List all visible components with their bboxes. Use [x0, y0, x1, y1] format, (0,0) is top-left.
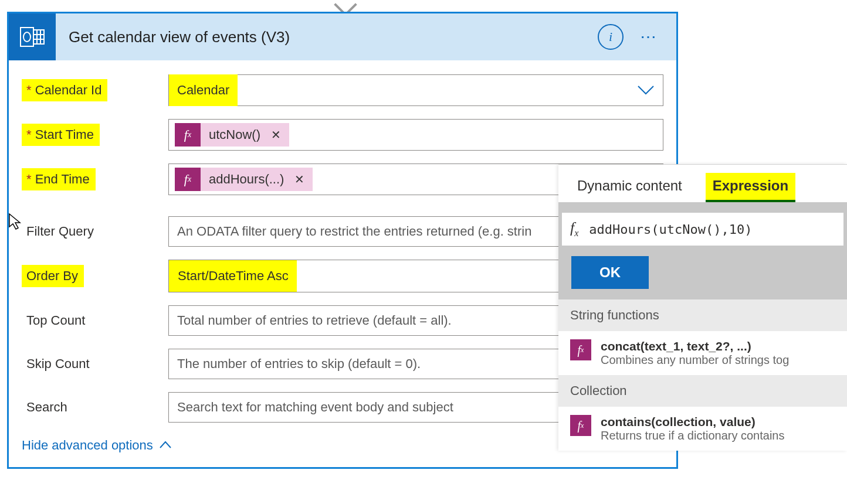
ok-button[interactable]: OK: [571, 256, 649, 289]
calendar-id-dropdown[interactable]: Calendar: [168, 74, 663, 106]
card-title: Get calendar view of events (V3): [69, 28, 598, 46]
start-time-expression-token[interactable]: fx utcNow() ✕: [175, 123, 289, 147]
end-time-expression-token[interactable]: fx addHours(...) ✕: [175, 168, 313, 191]
svg-point-1: [23, 32, 31, 42]
expression-value: addHours(utcNow(),10): [589, 222, 752, 237]
chevron-up-icon: [159, 440, 172, 452]
fx-icon: fx: [570, 219, 578, 239]
function-contains[interactable]: fx contains(collection, value) Returns t…: [558, 407, 847, 451]
start-time-label: * Start Time: [22, 124, 100, 146]
function-concat[interactable]: fx concat(text_1, text_2?, ...) Combines…: [558, 331, 847, 375]
info-icon[interactable]: i: [598, 24, 624, 50]
order-by-label: Order By: [22, 265, 84, 287]
tab-expression[interactable]: Expression: [706, 173, 795, 202]
tab-dynamic-content[interactable]: Dynamic content: [570, 173, 689, 202]
top-count-label: Top Count: [22, 309, 91, 332]
svg-rect-2: [33, 30, 44, 44]
skip-count-label: Skip Count: [22, 353, 96, 375]
end-time-label: * End Time: [22, 168, 96, 190]
more-menu-icon[interactable]: ⋯: [640, 29, 660, 45]
calendar-id-value: Calendar: [169, 74, 238, 106]
fx-icon: fx: [175, 168, 201, 191]
search-label: Search: [22, 396, 73, 418]
section-collection: Collection: [558, 375, 847, 407]
expression-panel: Dynamic content Expression fx addHours(u…: [558, 164, 847, 451]
chevron-down-icon: [637, 85, 655, 96]
fx-icon: fx: [175, 123, 201, 147]
expression-input[interactable]: fx addHours(utcNow(),10): [562, 213, 843, 246]
remove-token-icon[interactable]: ✕: [292, 172, 313, 186]
svg-rect-0: [21, 28, 33, 46]
section-string-functions: String functions: [558, 299, 847, 331]
outlook-calendar-icon: [9, 13, 56, 60]
card-header[interactable]: Get calendar view of events (V3) i ⋯: [9, 13, 676, 60]
fx-icon: fx: [570, 415, 591, 436]
start-time-input[interactable]: fx utcNow() ✕: [168, 119, 663, 151]
order-by-value: Start/DateTime Asc: [168, 260, 297, 292]
fx-icon: fx: [570, 339, 591, 360]
remove-token-icon[interactable]: ✕: [269, 128, 289, 142]
filter-query-label: Filter Query: [22, 220, 100, 243]
calendar-id-label: * Calendar Id: [22, 79, 107, 101]
